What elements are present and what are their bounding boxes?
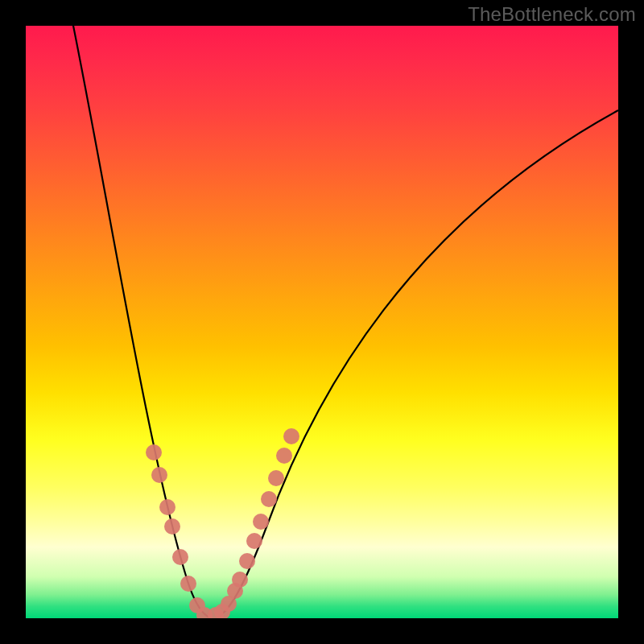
- data-marker: [151, 467, 167, 483]
- data-marker: [159, 499, 175, 515]
- data-marker: [283, 428, 299, 444]
- data-marker: [246, 533, 262, 549]
- data-marker: [253, 514, 269, 530]
- right-branch-curve: [217, 110, 618, 617]
- data-marker: [239, 553, 255, 569]
- data-marker: [172, 549, 188, 565]
- data-marker: [261, 491, 277, 507]
- data-marker: [146, 444, 162, 460]
- data-marker: [180, 576, 196, 592]
- plot-area: [26, 26, 618, 618]
- data-marker: [276, 448, 292, 464]
- data-marker: [232, 572, 248, 588]
- data-marker: [268, 470, 284, 486]
- chart-frame: TheBottleneck.com: [0, 0, 644, 644]
- curves-svg: [26, 26, 618, 618]
- data-marker: [164, 518, 180, 535]
- watermark-text: TheBottleneck.com: [468, 3, 636, 26]
- left-branch-curve: [70, 26, 209, 617]
- markers-group: [146, 428, 299, 618]
